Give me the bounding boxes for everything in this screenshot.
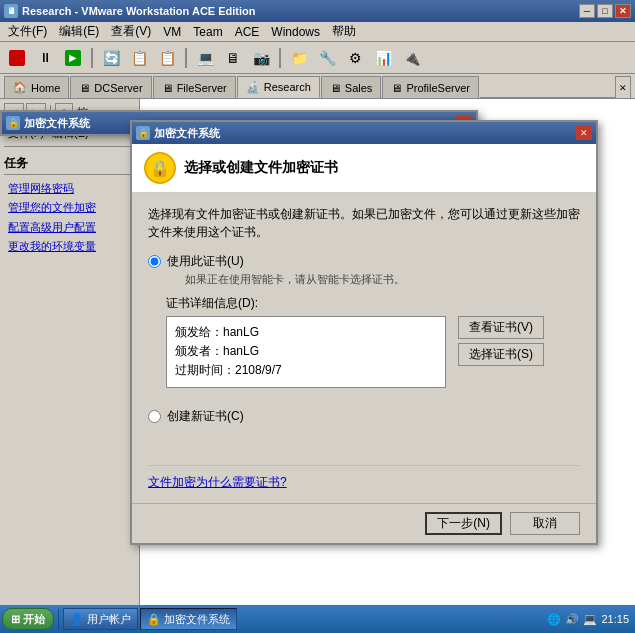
title-bar: 🖥 Research - VMware Workstation ACE Edit… xyxy=(0,0,635,22)
tab-fileserver-label: FileServer xyxy=(177,82,227,94)
menu-view[interactable]: 查看(V) xyxy=(105,21,157,42)
taskbar-user-label: 用户帐户 xyxy=(87,612,131,627)
tab-profileserver[interactable]: 🖥 ProfileServer xyxy=(382,76,479,98)
taskbar-net-icon: 🌐 xyxy=(547,612,561,626)
main-window: 🖥 Research - VMware Workstation ACE Edit… xyxy=(0,0,635,633)
tab-profileserver-label: ProfileServer xyxy=(406,82,470,94)
radio-create-cert-input[interactable] xyxy=(148,410,161,423)
toolbar-btn-5[interactable]: 💻 xyxy=(192,46,218,70)
menu-windows[interactable]: Windows xyxy=(265,23,326,41)
tab-dcserver[interactable]: 🖥 DCServer xyxy=(70,76,151,98)
radio-use-cert-sublabel: 如果正在使用智能卡，请从智能卡选择证书。 xyxy=(185,272,405,287)
inner-dialog-header: 🔒 选择或创建文件加密证书 xyxy=(132,144,596,193)
tab-sales-label: Sales xyxy=(345,82,373,94)
dialog-footer: 下一步(N) 取消 xyxy=(132,503,596,543)
toolbar-btn-10[interactable]: ⚙ xyxy=(342,46,368,70)
menu-ace[interactable]: ACE xyxy=(229,23,266,41)
toolbar-sep-2 xyxy=(185,48,187,68)
taskbar-efs-label: 加密文件系统 xyxy=(164,612,230,627)
inner-dialog-title: 加密文件系统 xyxy=(154,126,220,141)
toolbar-stop-btn[interactable] xyxy=(4,46,30,70)
sidebar-tasks: 任务 管理网络密码 管理您的文件加密 配置高级用户配置 更改我的环境变量 xyxy=(4,153,135,257)
toolbar-btn-9[interactable]: 🔧 xyxy=(314,46,340,70)
radio-create-cert-label[interactable]: 创建新证书(C) xyxy=(167,408,244,425)
taskbar-item-user[interactable]: 👤 用户帐户 xyxy=(63,608,138,630)
radio-use-cert-label[interactable]: 使用此证书(U) xyxy=(167,254,244,268)
taskbar-right: 🌐 🔊 💻 21:15 xyxy=(547,612,633,626)
taskbar-efs-icon: 🔒 xyxy=(147,613,161,626)
tab-profileserver-icon: 🖥 xyxy=(391,82,402,94)
sidebar-link-advanced[interactable]: 配置高级用户配置 xyxy=(4,218,135,237)
tab-dcserver-label: DCServer xyxy=(94,82,142,94)
toolbar-btn-6[interactable]: 🖥 xyxy=(220,46,246,70)
cert-line3: 过期时间：2108/9/7 xyxy=(175,361,437,380)
tab-home-icon: 🏠 xyxy=(13,81,27,94)
taskbar-clock: 21:15 xyxy=(601,613,629,625)
menu-vm[interactable]: VM xyxy=(157,23,187,41)
next-button[interactable]: 下一步(N) xyxy=(425,512,502,535)
outer-dialog-icon: 🔒 xyxy=(6,116,20,130)
tab-fileserver[interactable]: 🖥 FileServer xyxy=(153,76,236,98)
tab-sales-icon: 🖥 xyxy=(330,82,341,94)
tab-research[interactable]: 🔬 Research xyxy=(237,76,320,98)
taskbar-speaker-icon: 🔊 xyxy=(565,612,579,626)
taskbar: ⊞ 开始 👤 用户帐户 🔒 加密文件系统 🌐 🔊 💻 21:15 xyxy=(0,605,635,633)
cert-section-label: 证书详细信息(D): xyxy=(166,295,580,312)
start-label: 开始 xyxy=(23,612,45,627)
cert-line1: 颁发给：hanLG xyxy=(175,323,437,342)
maximize-button[interactable]: □ xyxy=(597,4,613,18)
toolbar-pause-btn[interactable]: ⏸ xyxy=(32,46,58,70)
inner-dialog-icon: 🔒 xyxy=(136,126,150,140)
select-cert-button[interactable]: 选择证书(S) xyxy=(458,343,544,366)
cancel-button[interactable]: 取消 xyxy=(510,512,580,535)
start-button[interactable]: ⊞ 开始 xyxy=(2,608,54,630)
sidebar-link-network[interactable]: 管理网络密码 xyxy=(4,179,135,198)
toolbar-btn-2[interactable]: 🔄 xyxy=(98,46,124,70)
menu-help[interactable]: 帮助 xyxy=(326,21,362,42)
app-icon: 🖥 xyxy=(4,4,18,18)
sidebar-link-fileenc[interactable]: 管理您的文件加密 xyxy=(4,198,135,217)
tab-bar: 🏠 Home 🖥 DCServer 🖥 FileServer 🔬 Researc… xyxy=(0,74,635,98)
minimize-button[interactable]: ─ xyxy=(579,4,595,18)
tab-dcserver-icon: 🖥 xyxy=(79,82,90,94)
tab-home-label: Home xyxy=(31,82,60,94)
toolbar-btn-12[interactable]: 🔌 xyxy=(398,46,424,70)
inner-dialog-close[interactable]: ✕ xyxy=(576,126,592,140)
sidebar-link-env[interactable]: 更改我的环境变量 xyxy=(4,237,135,256)
tab-close-btn[interactable]: ✕ xyxy=(615,76,631,98)
toolbar-btn-4[interactable]: 📋 xyxy=(154,46,180,70)
radio-use-cert: 使用此证书(U) 如果正在使用智能卡，请从智能卡选择证书。 xyxy=(148,253,580,287)
menu-team[interactable]: Team xyxy=(187,23,228,41)
view-cert-button[interactable]: 查看证书(V) xyxy=(458,316,544,339)
radio-use-cert-input[interactable] xyxy=(148,255,161,268)
toolbar-btn-11[interactable]: 📊 xyxy=(370,46,396,70)
taskbar-item-efs[interactable]: 🔒 加密文件系统 xyxy=(140,608,237,630)
tab-home[interactable]: 🏠 Home xyxy=(4,76,69,98)
cert-help-link[interactable]: 文件加密为什么需要证书? xyxy=(148,475,287,489)
toolbar-btn-7[interactable]: 📷 xyxy=(248,46,274,70)
title-bar-buttons: ─ □ ✕ xyxy=(579,4,631,18)
menu-bar: 文件(F) 编辑(E) 查看(V) VM Team ACE Windows 帮助 xyxy=(0,22,635,42)
window-title: Research - VMware Workstation ACE Editio… xyxy=(22,5,579,17)
taskbar-sep xyxy=(58,609,59,629)
menu-edit[interactable]: 编辑(E) xyxy=(53,21,105,42)
toolbar-btn-8[interactable]: 📁 xyxy=(286,46,312,70)
taskbar-network-icon: 💻 xyxy=(583,612,597,626)
tab-research-label: Research xyxy=(264,81,311,93)
taskbar-user-icon: 👤 xyxy=(70,613,84,626)
cert-area: 颁发给：hanLG 颁发者：hanLG 过期时间：2108/9/7 查看证书(V… xyxy=(166,316,580,396)
sidebar: ◀ ▶ ⊕ 控 文件(F) 编辑(E) 任务 管理网络密码 管理您的文件加密 配… xyxy=(0,99,140,605)
menu-file[interactable]: 文件(F) xyxy=(2,21,53,42)
toolbar-sep-1 xyxy=(91,48,93,68)
tab-sales[interactable]: 🖥 Sales xyxy=(321,76,382,98)
tab-research-icon: 🔬 xyxy=(246,81,260,94)
toolbar: ⏸ ▶ 🔄 📋 📋 💻 🖥 📷 📁 🔧 ⚙ 📊 🔌 xyxy=(0,42,635,74)
inner-dialog-header-icon: 🔒 xyxy=(144,152,176,184)
dialog-description: 选择现有文件加密证书或创建新证书。如果已加密文件，您可以通过更新这些加密文件来使… xyxy=(148,205,580,241)
toolbar-btn-3[interactable]: 📋 xyxy=(126,46,152,70)
inner-dialog-content: 选择现有文件加密证书或创建新证书。如果已加密文件，您可以通过更新这些加密文件来使… xyxy=(132,193,596,503)
start-icon: ⊞ xyxy=(11,613,20,626)
toolbar-play-btn[interactable]: ▶ xyxy=(60,46,86,70)
cert-info-box: 颁发给：hanLG 颁发者：hanLG 过期时间：2108/9/7 xyxy=(166,316,446,388)
close-button[interactable]: ✕ xyxy=(615,4,631,18)
